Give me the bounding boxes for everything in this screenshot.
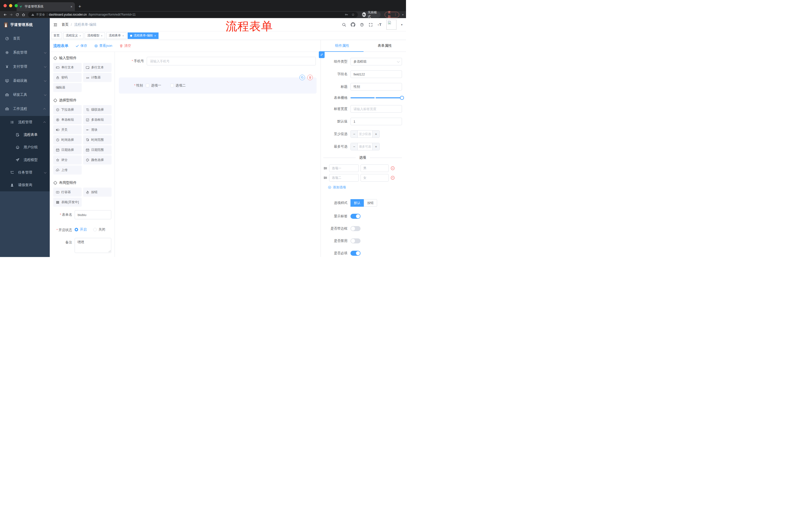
home-button[interactable] <box>21 12 26 17</box>
component-item[interactable]: 按钮 <box>83 188 112 197</box>
tag-tab[interactable]: 流程模型 × <box>85 32 105 39</box>
component-item[interactable]: 单选框组 <box>53 115 82 124</box>
default-value-input[interactable] <box>350 118 402 125</box>
save-button[interactable]: 保存 <box>76 44 87 48</box>
component-item[interactable]: 级联选择 <box>83 105 112 114</box>
component-item[interactable]: 下拉选择 <box>53 105 82 114</box>
back-button[interactable] <box>2 12 7 17</box>
sidebar-item[interactable]: 支付管理 <box>0 60 50 74</box>
min-select-input[interactable] <box>358 131 372 138</box>
sidebar-item[interactable]: 基础设施 <box>0 74 50 88</box>
decrease-button[interactable]: − <box>351 131 358 138</box>
security-label[interactable]: 不安全 <box>36 12 45 17</box>
tag-close-icon[interactable]: × <box>79 34 81 37</box>
breadcrumb-home[interactable]: 首页 <box>62 22 68 27</box>
component-item[interactable]: 日期选择 <box>53 145 82 154</box>
component-item[interactable]: 多行文本 <box>83 63 112 72</box>
component-item[interactable]: 滑块 <box>83 125 112 134</box>
clear-button[interactable]: 清空 <box>119 44 131 48</box>
sidebar-item[interactable]: 研发工具 <box>0 88 50 102</box>
phone-input[interactable] <box>147 57 316 65</box>
option-label-input[interactable] <box>329 164 359 172</box>
font-size-icon[interactable] <box>377 22 382 27</box>
form-remark-textarea[interactable]: 嘿嘿 <box>75 238 111 253</box>
drag-handle-icon[interactable] <box>323 166 327 170</box>
sidebar-item[interactable]: 用户分组 <box>0 141 50 154</box>
decrease-button[interactable]: − <box>351 143 358 150</box>
option-style-button[interactable]: 默认 <box>350 199 364 207</box>
gender-option-checkbox[interactable]: 选项二 <box>170 83 186 88</box>
help-icon[interactable] <box>360 23 364 27</box>
github-icon[interactable] <box>351 22 355 27</box>
form-canvas[interactable]: 手机号 性别 <box>115 52 321 257</box>
password-key-icon[interactable] <box>345 13 348 16</box>
gender-field-selected[interactable]: 性别 选项一 <box>119 77 317 93</box>
component-item[interactable]: 时间选择 <box>53 135 82 144</box>
update-chrome-button[interactable]: 更新 ⋮ <box>385 12 399 18</box>
browser-menu-icon[interactable]: ⋮ <box>394 13 397 16</box>
increase-button[interactable]: + <box>372 131 379 138</box>
tab-close-icon[interactable]: × <box>70 5 72 8</box>
sidebar-logo[interactable]: 芋道管理系统 <box>0 18 50 31</box>
phone-field[interactable]: 手机号 <box>119 57 317 65</box>
delete-field-button[interactable] <box>307 75 313 80</box>
link-tag-button[interactable] <box>319 51 325 58</box>
bookmark-star-icon[interactable]: ☆ <box>351 12 355 17</box>
slider-handle[interactable] <box>400 96 404 100</box>
window-controls[interactable] <box>3 4 18 7</box>
component-item[interactable]: 密码 <box>53 73 82 82</box>
component-item[interactable]: 表格[开发中] <box>53 198 82 207</box>
toggle-switch[interactable] <box>350 214 360 219</box>
search-icon[interactable] <box>342 23 346 27</box>
avatar[interactable] <box>386 20 397 30</box>
sidebar-item[interactable]: 流程表单 <box>0 129 50 141</box>
sidebar-item[interactable]: 流程模型 <box>0 154 50 166</box>
tab-component-props[interactable]: 组件属性 <box>321 40 364 52</box>
collapse-sidebar-icon[interactable] <box>53 23 58 27</box>
sidebar-item[interactable]: 首页 <box>0 31 50 46</box>
component-item[interactable]: 上传 <box>53 165 82 174</box>
tag-tab[interactable]: 流程表单 × <box>106 32 126 39</box>
status-on-radio[interactable]: 开启 <box>75 227 87 232</box>
option-value-input[interactable] <box>360 174 389 182</box>
field-name-input[interactable] <box>350 71 402 78</box>
component-type-select[interactable]: 多选框组 <box>350 58 402 65</box>
tag-tab[interactable]: 首页 <box>51 32 62 39</box>
tag-tab[interactable]: 流程表单-编辑 × <box>127 32 158 39</box>
duplicate-field-button[interactable] <box>299 75 305 80</box>
toggle-switch[interactable] <box>350 226 360 231</box>
remove-option-icon[interactable] <box>390 175 395 180</box>
tag-close-icon[interactable]: × <box>101 34 102 37</box>
add-option-button[interactable]: 添加选项 <box>328 185 402 190</box>
option-label-input[interactable] <box>329 174 359 182</box>
tag-close-icon[interactable]: × <box>154 34 156 37</box>
toggle-switch[interactable] <box>350 238 360 243</box>
component-item[interactable]: 开关 <box>53 125 82 134</box>
sidebar-item[interactable]: 任务管理 <box>0 166 50 179</box>
component-item[interactable]: 编辑器 <box>53 83 82 92</box>
tab-form-props[interactable]: 表单属性 <box>364 40 406 52</box>
component-item[interactable]: 颜色选择 <box>83 155 112 164</box>
fullscreen-icon[interactable] <box>369 23 373 27</box>
sidebar-item[interactable]: 流程管理 <box>0 116 50 129</box>
title-input[interactable] <box>350 83 402 90</box>
form-grid-slider[interactable] <box>350 96 402 100</box>
option-value-input[interactable] <box>360 164 389 172</box>
checkbox-icon[interactable] <box>170 84 174 87</box>
component-item[interactable]: 单行文本 <box>53 63 82 72</box>
browser-tab[interactable]: 芋道管理系统 × <box>17 2 75 11</box>
increase-button[interactable]: + <box>372 143 379 150</box>
drag-handle-icon[interactable] <box>323 176 327 180</box>
component-item[interactable]: 计数器 <box>83 73 112 82</box>
component-item[interactable]: 评分 <box>53 155 82 164</box>
avatar-caret-icon[interactable]: ▾ <box>401 23 403 26</box>
view-json-button[interactable]: 查看json <box>94 44 112 48</box>
status-off-radio[interactable]: 关闭 <box>93 227 105 232</box>
address-bar[interactable]: 不安全 dashboard.yudao.iocoder.cn/bpm/manag… <box>28 12 358 18</box>
component-item[interactable]: 多选框组 <box>83 115 112 124</box>
reload-button[interactable] <box>15 12 20 17</box>
tag-tab[interactable]: 流程定义 × <box>63 32 83 39</box>
form-name-input[interactable] <box>75 210 111 219</box>
checkbox-icon[interactable] <box>146 84 149 87</box>
component-item[interactable]: 行容器 <box>53 188 82 197</box>
